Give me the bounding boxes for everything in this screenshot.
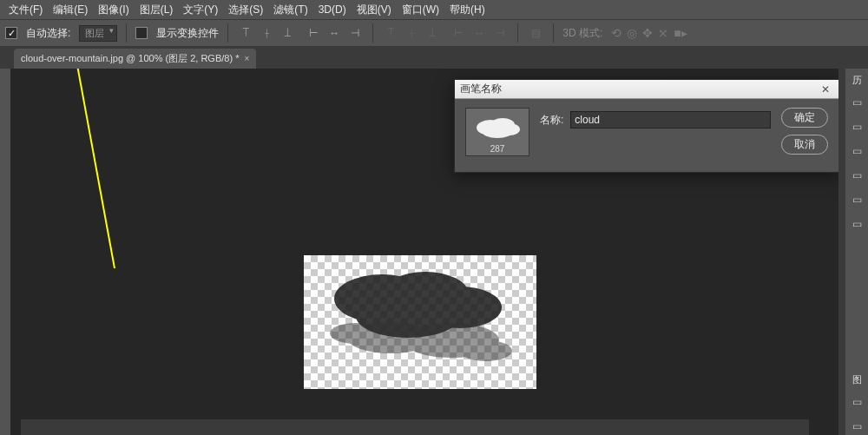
- divider: [517, 23, 518, 43]
- right-panel-collapsed: 历 ▭ ▭ ▭ ▭ ▭ ▭ 图 ▭ ▭: [845, 69, 868, 435]
- dialog-body: 287 名称: 确定 取消: [455, 99, 838, 165]
- close-icon[interactable]: ✕: [818, 83, 833, 96]
- dialog-buttons: 确定 取消: [781, 108, 828, 155]
- main-row: 画笔名称 ✕ 287 名称:: [0, 69, 868, 435]
- menu-type[interactable]: 文字(Y): [178, 0, 223, 19]
- divider: [553, 23, 554, 43]
- panel-icon[interactable]: ▭: [848, 94, 865, 111]
- align-top-icon[interactable]: ⟙: [237, 24, 254, 42]
- menu-image[interactable]: 图像(I): [93, 0, 134, 19]
- document-tab[interactable]: cloud-over-mountain.jpg @ 100% (图层 2, RG…: [14, 49, 256, 69]
- orbit-3d-icon[interactable]: ⟲: [611, 26, 621, 40]
- auto-select-label: 自动选择:: [26, 26, 70, 41]
- brush-thumbnail: 287: [465, 108, 529, 156]
- dialog-titlebar[interactable]: 画笔名称 ✕: [455, 80, 838, 99]
- svg-line-0: [71, 69, 115, 268]
- close-icon[interactable]: ×: [244, 54, 249, 63]
- document-tab-bar: cloud-over-mountain.jpg @ 100% (图层 2, RG…: [0, 47, 868, 69]
- menu-help[interactable]: 帮助(H): [444, 0, 490, 19]
- dialog-title: 画笔名称: [460, 82, 502, 96]
- distribute-left-icon: ⊢: [450, 24, 467, 42]
- mode-3d-label: 3D 模式:: [562, 26, 602, 41]
- divider: [126, 23, 127, 43]
- document-tab-title: cloud-over-mountain.jpg @ 100% (图层 2, RG…: [21, 52, 239, 65]
- svg-point-12: [482, 124, 513, 138]
- menu-3d[interactable]: 3D(D): [313, 0, 352, 19]
- svg-point-8: [330, 323, 382, 344]
- auto-select-checkbox[interactable]: [5, 27, 17, 39]
- distribute-vcenter-icon: ⟊: [403, 24, 420, 42]
- brush-name-dialog: 画笔名称 ✕ 287 名称:: [454, 79, 838, 173]
- annotation-arrow: [45, 69, 149, 277]
- align-group-2: ⊢ ↔ ⊣: [305, 24, 364, 42]
- panel-icon[interactable]: ▭: [848, 418, 865, 435]
- menu-filter[interactable]: 滤镜(T): [268, 0, 312, 19]
- distribute-group-1: ⟙ ⟊ ⟘: [382, 24, 441, 42]
- library-panel-tab[interactable]: 图: [852, 373, 862, 386]
- status-bar: [21, 419, 809, 435]
- distribute-hcenter-icon: ↔: [470, 24, 488, 42]
- panel-icon[interactable]: ▭: [848, 393, 865, 411]
- document-canvas[interactable]: [304, 255, 536, 389]
- divider: [372, 23, 373, 43]
- canvas-area[interactable]: 画笔名称 ✕ 287 名称:: [10, 69, 838, 435]
- menu-select[interactable]: 选择(S): [223, 0, 268, 19]
- menu-view[interactable]: 视图(V): [352, 0, 397, 19]
- auto-align-icon: ▤: [527, 24, 544, 42]
- panel-icon[interactable]: ▭: [848, 215, 865, 233]
- show-transform-checkbox[interactable]: [135, 27, 148, 39]
- slide-3d-icon[interactable]: ⤧: [658, 26, 668, 40]
- roll-3d-icon[interactable]: ◎: [627, 26, 637, 40]
- menu-edit[interactable]: 编辑(E): [48, 0, 93, 19]
- menu-file[interactable]: 文件(F): [3, 0, 48, 19]
- auto-select-dropdown[interactable]: 图层: [79, 25, 117, 42]
- cancel-button[interactable]: 取消: [781, 135, 828, 155]
- tool-strip-edge: [0, 69, 10, 435]
- cloud-thumb-icon: [471, 112, 523, 142]
- distribute-bottom-icon: ⟘: [424, 24, 441, 42]
- distribute-right-icon: ⊣: [491, 24, 509, 42]
- mode-3d-icons: ⟲ ◎ ✥ ⤧ ■▸: [611, 26, 687, 40]
- divider: [227, 23, 228, 43]
- panel-icon[interactable]: ▭: [848, 167, 865, 184]
- panel-icon[interactable]: ▭: [848, 142, 865, 160]
- align-right-icon[interactable]: ⊣: [346, 24, 364, 42]
- show-transform-label: 显示变换控件: [156, 26, 219, 41]
- svg-point-7: [460, 340, 512, 361]
- menu-window[interactable]: 窗口(W): [397, 0, 444, 19]
- distribute-group-2: ⊢ ↔ ⊣: [450, 24, 509, 42]
- cloud-render: [304, 255, 536, 389]
- align-vcenter-icon[interactable]: ⟊: [258, 24, 275, 42]
- brush-name-input[interactable]: [570, 111, 771, 129]
- align-group-1: ⟙ ⟊ ⟘: [237, 24, 296, 42]
- ok-button[interactable]: 确定: [781, 108, 828, 128]
- zoom-3d-icon[interactable]: ■▸: [674, 26, 687, 40]
- options-bar: 自动选择: 图层 显示变换控件 ⟙ ⟊ ⟘ ⊢ ↔ ⊣ ⟙ ⟊ ⟘ ⊢ ↔ ⊣ …: [0, 19, 868, 47]
- name-row: 名称:: [540, 111, 771, 129]
- menu-bar: 文件(F) 编辑(E) 图像(I) 图层(L) 文字(Y) 选择(S) 滤镜(T…: [0, 0, 868, 19]
- name-label: 名称:: [540, 113, 563, 128]
- history-panel-tab[interactable]: 历: [852, 74, 862, 87]
- distribute-top-icon: ⟙: [382, 24, 399, 42]
- pan-3d-icon[interactable]: ✥: [642, 26, 653, 40]
- align-left-icon[interactable]: ⊢: [305, 24, 322, 42]
- panel-divider[interactable]: [838, 69, 845, 435]
- menu-layer[interactable]: 图层(L): [135, 0, 179, 19]
- brush-thumbnail-size: 287: [466, 144, 529, 154]
- panel-icon[interactable]: ▭: [848, 118, 865, 135]
- align-bottom-icon[interactable]: ⟘: [279, 24, 296, 42]
- panel-icon[interactable]: ▭: [848, 191, 865, 208]
- align-hcenter-icon[interactable]: ↔: [326, 24, 343, 42]
